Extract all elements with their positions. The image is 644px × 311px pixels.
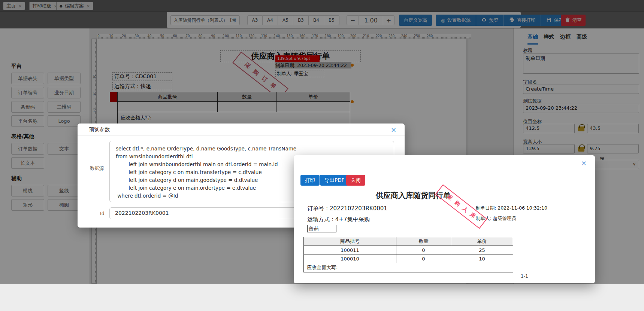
col-header: 数量 [396,237,451,246]
print-button[interactable]: 打印 [300,175,320,186]
doc-table-cell: 10 [451,254,513,263]
col-header: 商品批号 [304,237,396,246]
col-header: 单价 [451,237,513,246]
doc-order-no: 订单号：2022102203RK0001 [307,205,387,212]
bottom-strip [0,284,644,311]
doc-table: 商品批号 数量 单价 100011025100010010 应收金额大写: [303,237,513,272]
doc-title: 供应商入库随货同行单 [303,190,523,201]
close-icon[interactable]: × [581,160,587,167]
id-label: Id [100,211,105,216]
doc-table-cell: 100011 [304,246,396,254]
doc-create-date: 制单日期: 2022-11-06 10:32:10 [476,205,547,211]
doc-table-row: 100010010 [304,254,513,263]
doc-table-cell: 0 [396,246,451,254]
sql-line: select dtl.*, e.name OrderType, d.name G… [116,145,388,153]
print-preview-modal: × 打印 导出PDF 关闭 供应商入库随货同行单 订单号：2022102203R… [294,155,595,283]
close-icon[interactable]: × [391,126,396,133]
page-indicator: 1-1 [521,274,528,279]
modal-title: 预览参数 [89,126,110,133]
doc-table-cell: 100010 [304,254,396,263]
export-pdf-button[interactable]: 导出PDF [320,175,349,186]
modal-header: 预览参数 × [78,124,405,135]
doc-table-cell: 0 [396,254,451,263]
doc-transport: 运输方式：4+7集中采购 [307,216,370,223]
doc-table-row: 100011025 [304,246,513,254]
doc-goods-type: 普药 [307,225,336,232]
doc-table-cell: 25 [451,246,513,254]
datasource-label: 数据源 [90,165,104,172]
doc-amount-words: 应收金额大写: [304,263,513,272]
close-button[interactable]: 关闭 [346,175,365,186]
doc-table-header-row: 商品批号 数量 单价 [304,237,513,246]
